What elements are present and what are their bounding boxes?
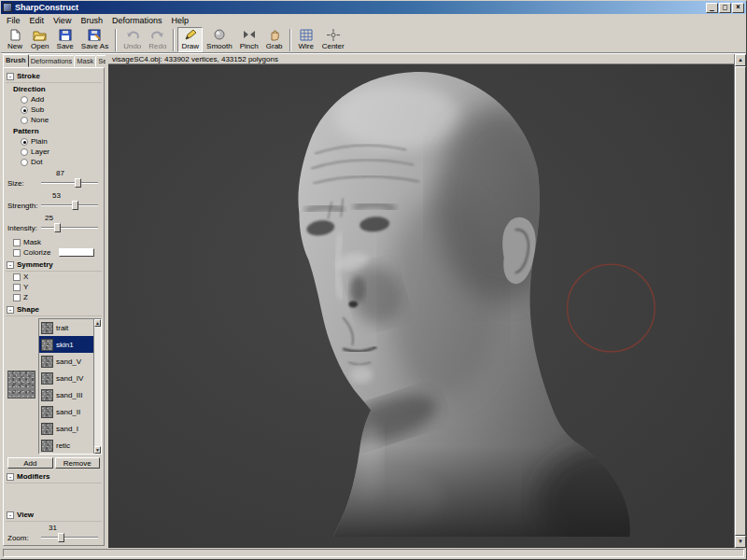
panel-spacer [6, 483, 102, 508]
main-area: Brush Deformations Mask Settings - Strok… [1, 54, 746, 548]
save-as-button[interactable]: Save As [78, 27, 112, 52]
shape-thumb-icon [41, 389, 53, 401]
shape-item-sand-iv[interactable]: sand_IV [39, 370, 93, 386]
tab-settings[interactable]: Settings [95, 55, 106, 67]
pinch-tool-button[interactable]: Pinch [236, 27, 262, 52]
strength-slider[interactable] [41, 200, 102, 211]
viewport-scrollbar[interactable]: ▲ ▼ [734, 54, 746, 548]
slider-thumb[interactable] [54, 223, 61, 232]
collapse-toggle-icon[interactable]: - [7, 511, 14, 519]
direction-sub-radio[interactable]: Sub [21, 105, 102, 114]
shape-item-skin1[interactable]: skin1 [39, 336, 93, 353]
shape-list-items: trait skin1 sand_V sand_IV sand_III sand… [39, 319, 93, 454]
toolbar-separator [115, 29, 117, 51]
slider-thumb[interactable] [75, 178, 81, 188]
radio-icon [21, 96, 28, 104]
scroll-up-icon[interactable]: ▲ [735, 54, 746, 66]
smooth-tool-button[interactable]: Smooth [203, 27, 236, 52]
shape-item-sand-v[interactable]: sand_V [39, 353, 93, 370]
redo-button[interactable]: Redo [145, 27, 170, 52]
checkbox-icon [13, 239, 21, 246]
zoom-slider[interactable] [41, 532, 102, 543]
mask-checkbox[interactable]: Mask [13, 238, 102, 246]
status-bar-field [3, 549, 744, 557]
model-info-bar: visageSC4.obj: 433902 vertices, 433152 p… [108, 54, 734, 64]
draw-tool-button[interactable]: Draw [177, 27, 203, 52]
checkbox-icon [13, 294, 21, 301]
undo-button[interactable]: Undo [120, 27, 145, 52]
tab-deformations[interactable]: Deformations [28, 55, 76, 67]
slider-track [41, 182, 98, 184]
open-button[interactable]: Open [27, 27, 53, 52]
menu-help[interactable]: Help [166, 15, 193, 26]
menu-deformations[interactable]: Deformations [107, 15, 167, 26]
tab-mask[interactable]: Mask [74, 55, 96, 67]
shape-group-header: - Shape [6, 304, 102, 316]
colorize-checkbox[interactable]: Colorize [13, 248, 102, 257]
scroll-down-icon[interactable]: ▼ [94, 446, 101, 454]
new-button[interactable]: New [3, 27, 27, 52]
menu-brush[interactable]: Brush [76, 15, 107, 26]
toolbar: New Open Save Save As Undo Redo Draw [1, 26, 746, 54]
menu-file[interactable]: File [2, 15, 25, 26]
scroll-up-icon[interactable]: ▲ [94, 319, 101, 327]
menu-edit[interactable]: Edit [25, 15, 49, 26]
zoom-value: 31 [7, 524, 102, 532]
pattern-plain-radio[interactable]: Plain [21, 137, 102, 146]
direction-label: Direction [13, 85, 102, 93]
slider-track [41, 204, 98, 206]
direction-add-radio[interactable]: Add [21, 95, 102, 104]
colorize-color-swatch[interactable] [59, 248, 94, 257]
pattern-layer-radio[interactable]: Layer [21, 147, 102, 156]
collapse-toggle-icon[interactable]: - [7, 473, 14, 481]
radio-icon [21, 148, 28, 156]
symmetry-x-checkbox[interactable]: X [13, 273, 102, 281]
smooth-icon [213, 29, 226, 41]
shape-remove-button[interactable]: Remove [55, 457, 101, 469]
direction-none-radio[interactable]: None [21, 116, 102, 124]
collapse-toggle-icon[interactable]: - [7, 73, 14, 80]
redo-icon [151, 29, 164, 41]
size-label: Size: [7, 179, 39, 188]
symmetry-y-checkbox[interactable]: Y [13, 283, 102, 291]
intensity-slider[interactable] [41, 222, 102, 233]
viewport-canvas[interactable] [108, 64, 734, 548]
grab-tool-button[interactable]: Grab [262, 27, 287, 52]
new-document-icon [8, 29, 21, 41]
shape-add-button[interactable]: Add [7, 457, 53, 469]
title-bar: SharpConstruct _ □ × [1, 1, 746, 14]
shape-item-sand-i[interactable]: sand_I [39, 420, 93, 437]
close-button[interactable]: × [732, 3, 744, 13]
save-button[interactable]: Save [53, 27, 78, 52]
shape-item-sand-iii[interactable]: sand_III [39, 386, 93, 403]
collapse-toggle-icon[interactable]: - [7, 261, 14, 269]
shape-section: trait skin1 sand_V sand_IV sand_III sand… [6, 318, 102, 455]
panel-tabs: Brush Deformations Mask Settings [3, 55, 105, 67]
center-view-icon [327, 29, 340, 41]
strength-label: Strength: [7, 202, 39, 210]
scroll-down-icon[interactable]: ▼ [735, 536, 746, 548]
shape-item-retic[interactable]: retic [39, 437, 93, 454]
minimize-button[interactable]: _ [706, 3, 718, 13]
tab-brush[interactable]: Brush [3, 54, 29, 67]
slider-thumb[interactable] [58, 533, 64, 542]
maximize-button[interactable]: □ [719, 3, 731, 13]
toolbar-separator [289, 29, 291, 51]
wire-toggle-button[interactable]: Wire [294, 27, 318, 52]
symmetry-z-checkbox[interactable]: Z [13, 293, 102, 301]
shape-item-sand-ii[interactable]: sand_II [39, 403, 93, 420]
pattern-label: Pattern [13, 127, 102, 135]
scroll-track[interactable] [94, 327, 101, 446]
collapse-toggle-icon[interactable]: - [7, 306, 14, 314]
size-slider[interactable] [41, 177, 102, 189]
radio-checked-icon [21, 106, 28, 114]
shape-item-trait[interactable]: trait [39, 319, 93, 336]
menu-view[interactable]: View [49, 15, 76, 26]
center-view-button[interactable]: Center [318, 27, 348, 52]
modifiers-group-header: - Modifiers [6, 471, 102, 483]
checkbox-icon [13, 284, 21, 291]
shape-list-scrollbar[interactable]: ▲ ▼ [93, 319, 101, 454]
slider-thumb[interactable] [72, 201, 78, 210]
pattern-dot-radio[interactable]: Dot [21, 158, 102, 166]
scroll-thumb[interactable] [735, 66, 746, 536]
